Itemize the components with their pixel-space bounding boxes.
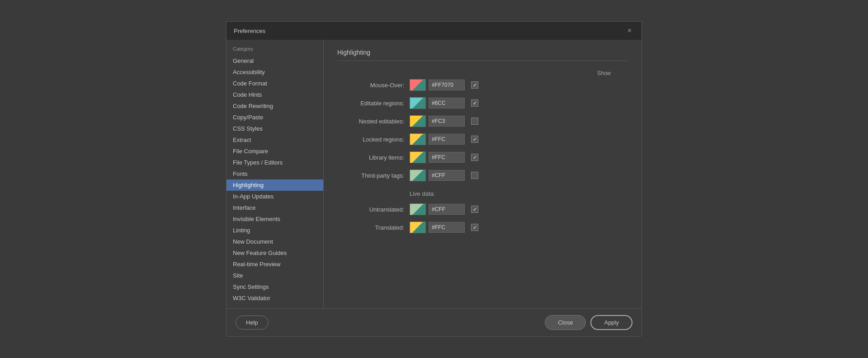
color-input-3[interactable]	[429, 134, 465, 145]
sidebar-item-code-format[interactable]: Code Format	[226, 78, 323, 89]
help-button[interactable]: Help	[236, 316, 269, 330]
color-input-2[interactable]	[429, 116, 465, 127]
sidebar-item-linting[interactable]: Linting	[226, 225, 323, 236]
row-label-4: Library items:	[337, 154, 410, 161]
sidebar-item-invisible-elements[interactable]: Invisible Elements	[226, 213, 323, 225]
main-panel: Highlighting Show Mouse-Over:Editable re…	[324, 40, 642, 308]
dialog-title: Preferences	[234, 28, 265, 34]
color-swatch-1[interactable]	[410, 97, 426, 109]
sidebar-item-file-compare[interactable]: File Compare	[226, 146, 323, 157]
sidebar-item-highlighting[interactable]: Highlighting	[226, 179, 323, 191]
show-checkbox-2[interactable]	[471, 118, 478, 125]
sidebar-item-interface[interactable]: Interface	[226, 202, 323, 213]
title-close-button[interactable]: ×	[625, 26, 634, 35]
category-sidebar: Category GeneralAccessibilityCode Format…	[226, 40, 324, 308]
highlight-row-0: Mouse-Over:	[337, 79, 628, 91]
sidebar-item-code-hints[interactable]: Code Hints	[226, 89, 323, 100]
sidebar-item-new-document[interactable]: New Document	[226, 236, 323, 247]
color-input-4[interactable]	[429, 152, 465, 163]
color-swatch-3[interactable]	[410, 133, 426, 145]
live-data-label: Live data:	[410, 190, 628, 197]
color-swatch-4[interactable]	[410, 151, 426, 163]
color-input-0[interactable]	[429, 80, 465, 90]
sidebar-item-file-types---editors[interactable]: File Types / Editors	[226, 157, 323, 168]
sidebar-item-extract[interactable]: Extract	[226, 134, 323, 146]
sidebar-item-in-app-updates[interactable]: In-App Updates	[226, 191, 323, 202]
color-input-5[interactable]	[429, 170, 465, 181]
show-checkbox-1[interactable]	[471, 224, 478, 231]
sidebar-item-general[interactable]: General	[226, 55, 323, 66]
checkbox-cell-1	[467, 224, 482, 231]
section-title: Highlighting	[337, 49, 628, 61]
row-label-2: Nested editables:	[337, 118, 410, 125]
highlight-row-1: Editable regions:	[337, 97, 628, 109]
checkbox-cell-0	[467, 81, 482, 89]
footer-actions: Close Apply	[545, 315, 632, 330]
sidebar-item-css-styles[interactable]: CSS Styles	[226, 123, 323, 134]
checkbox-cell-4	[467, 154, 482, 161]
color-swatch-0[interactable]	[410, 79, 426, 91]
show-checkbox-4[interactable]	[471, 154, 478, 161]
row-label-1: Translated:	[337, 224, 410, 231]
color-input-1[interactable]	[429, 98, 465, 108]
close-button[interactable]: Close	[545, 315, 586, 330]
highlight-row-3: Locked regions:	[337, 133, 628, 145]
row-label-0: Mouse-Over:	[337, 82, 410, 89]
sidebar-item-accessibility[interactable]: Accessibility	[226, 66, 323, 78]
row-label-1: Editable regions:	[337, 100, 410, 107]
row-label-3: Locked regions:	[337, 136, 410, 143]
highlight-row-5: Third-party tags:	[337, 170, 628, 181]
checkbox-cell-5	[467, 172, 482, 179]
color-swatch-5[interactable]	[410, 170, 426, 181]
sidebar-item-copy-paste[interactable]: Copy/Paste	[226, 112, 323, 123]
show-checkbox-3[interactable]	[471, 136, 478, 143]
dialog-content: Category GeneralAccessibilityCode Format…	[226, 40, 642, 308]
sidebar-item-sync-settings[interactable]: Sync Settings	[226, 281, 323, 292]
apply-button[interactable]: Apply	[590, 315, 632, 330]
highlight-row-2: Nested editables:	[337, 115, 628, 127]
color-swatch-1[interactable]	[410, 221, 426, 233]
sidebar-item-fonts[interactable]: Fonts	[226, 168, 323, 179]
dialog-body: Category GeneralAccessibilityCode Format…	[226, 40, 642, 337]
sidebar-item-code-rewriting[interactable]: Code Rewriting	[226, 100, 323, 112]
dialog-footer: Help Close Apply	[226, 308, 642, 336]
show-checkbox-0[interactable]	[471, 206, 478, 213]
sidebar-item-real-time-preview[interactable]: Real-time Preview	[226, 259, 323, 270]
show-checkbox-0[interactable]	[471, 81, 478, 89]
checkbox-cell-1	[467, 99, 482, 107]
highlight-row-1: Translated:	[337, 221, 628, 233]
highlight-row-0: Untranslated:	[337, 203, 628, 215]
checkbox-cell-2	[467, 118, 482, 125]
checkbox-cell-0	[467, 206, 482, 213]
preferences-dialog: Preferences × Category GeneralAccessibil…	[226, 21, 642, 337]
sidebar-item-site[interactable]: Site	[226, 270, 323, 281]
show-checkbox-1[interactable]	[471, 99, 478, 107]
row-label-0: Untranslated:	[337, 206, 410, 213]
show-column-label: Show	[337, 70, 611, 76]
highlight-row-4: Library items:	[337, 151, 628, 163]
checkbox-cell-3	[467, 136, 482, 143]
row-label-5: Third-party tags:	[337, 172, 410, 179]
sidebar-item-new-feature-guides[interactable]: New Feature Guides	[226, 247, 323, 259]
sidebar-item-w3c-validator[interactable]: W3C Validator	[226, 292, 323, 304]
dialog-titlebar: Preferences ×	[226, 21, 642, 40]
show-checkbox-5[interactable]	[471, 172, 478, 179]
color-swatch-2[interactable]	[410, 115, 426, 127]
color-input-1[interactable]	[429, 222, 465, 233]
color-input-0[interactable]	[429, 204, 465, 215]
color-swatch-0[interactable]	[410, 203, 426, 215]
sidebar-header: Category	[226, 44, 323, 55]
